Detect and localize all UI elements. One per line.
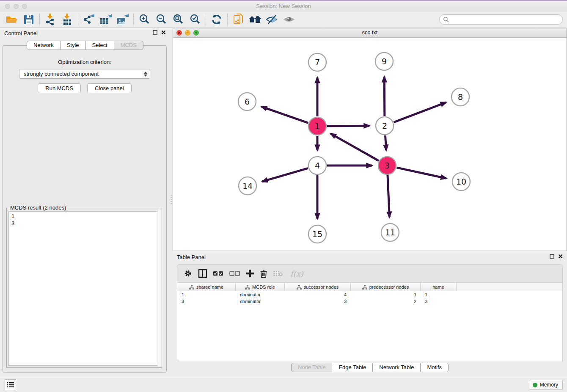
toolbar-separator xyxy=(39,14,40,25)
column-type-icon xyxy=(245,285,250,290)
close-panel-icon[interactable] xyxy=(161,30,166,35)
cell-successor-nodes[interactable]: 4 xyxy=(285,292,351,297)
show-column-panel-icon[interactable] xyxy=(198,267,207,280)
node-label-9: 9 xyxy=(382,57,387,66)
main-toolbar xyxy=(0,11,567,28)
edge-1-6[interactable] xyxy=(261,107,308,123)
edge-2-3[interactable] xyxy=(385,135,386,150)
zoom-out-icon[interactable] xyxy=(153,13,170,26)
close-panel-button[interactable]: Close panel xyxy=(87,83,132,93)
import-table-icon[interactable] xyxy=(59,13,76,26)
deselect-all-checkboxes-icon[interactable] xyxy=(229,267,240,280)
refresh-network-icon[interactable] xyxy=(208,13,225,26)
cell-predecessor-nodes[interactable]: 2 xyxy=(351,299,421,304)
zoom-selected-icon[interactable] xyxy=(187,13,204,26)
edge-1-2[interactable] xyxy=(327,126,369,126)
column-header-MCDS-role[interactable]: MCDS role xyxy=(236,283,285,291)
optimization-criterion-label: Optimization criterion: xyxy=(3,59,166,65)
delete-column-trash-icon[interactable] xyxy=(260,267,267,280)
network-file-share-icon[interactable] xyxy=(230,13,247,26)
node-table-header: shared nameMCDS rolesuccessor nodesprede… xyxy=(177,283,562,291)
search-field[interactable] xyxy=(439,14,563,25)
cell-shared-name[interactable]: 3 xyxy=(177,299,236,304)
mcds-result-text[interactable]: 1 3 xyxy=(8,211,160,366)
save-session-icon[interactable] xyxy=(20,13,37,26)
cell-MCDS-role[interactable]: dominator xyxy=(236,299,285,304)
column-header-successor-nodes[interactable]: successor nodes xyxy=(285,283,351,291)
export-table-icon[interactable] xyxy=(97,13,114,26)
column-header-filler xyxy=(457,283,562,291)
table-row[interactable]: 3dominator323 xyxy=(177,298,562,305)
edge-3-10[interactable] xyxy=(396,168,446,178)
memory-label: Memory xyxy=(540,382,558,388)
cell-successor-nodes[interactable]: 3 xyxy=(285,299,351,304)
node-label-8: 8 xyxy=(458,92,463,102)
toolbar-separator xyxy=(78,14,78,25)
column-header-shared-name[interactable]: shared name xyxy=(177,283,236,291)
task-history-button[interactable] xyxy=(5,379,16,390)
function-builder-button[interactable]: f(x) xyxy=(289,269,303,278)
open-session-icon[interactable] xyxy=(3,13,20,26)
node-label-10: 10 xyxy=(456,177,466,186)
search-input[interactable] xyxy=(451,17,559,23)
tab-select[interactable]: Select xyxy=(86,41,114,50)
cell-name[interactable]: 3 xyxy=(421,299,457,304)
delete-table-icon[interactable] xyxy=(273,267,283,280)
tab-network-table[interactable]: Network Table xyxy=(373,363,421,372)
export-network-icon[interactable] xyxy=(80,13,97,26)
node-label-6: 6 xyxy=(245,97,250,106)
node-label-11: 11 xyxy=(385,228,395,237)
network-overview-houses-icon[interactable] xyxy=(247,13,264,26)
mcds-result-group: MCDS result (2 nodes) 1 3 xyxy=(6,208,162,368)
table-toolbar: f(x) xyxy=(177,264,563,282)
tab-edge-table[interactable]: Edge Table xyxy=(332,363,373,372)
network-graph[interactable]: 7968124314101511 xyxy=(173,38,567,251)
table-row[interactable]: 1dominator411 xyxy=(177,291,562,298)
fit-content-icon[interactable] xyxy=(170,13,187,26)
mcds-result-title: MCDS result (2 nodes) xyxy=(8,204,68,211)
import-network-icon[interactable] xyxy=(42,13,59,26)
edge-2-8[interactable] xyxy=(394,102,446,122)
edge-3-1[interactable] xyxy=(330,134,379,161)
tab-motifs[interactable]: Motifs xyxy=(421,363,449,372)
hide-graphics-details-icon[interactable] xyxy=(264,13,281,26)
splitter-grip-icon[interactable] xyxy=(171,195,172,204)
zoom-in-icon[interactable] xyxy=(136,13,153,26)
cell-predecessor-nodes[interactable]: 1 xyxy=(351,292,421,297)
column-header-name[interactable]: name xyxy=(421,283,457,291)
run-mcds-button[interactable]: Run MCDS xyxy=(38,83,81,93)
float-table-panel-icon[interactable] xyxy=(550,254,554,259)
network-canvas[interactable]: 7968124314101511 xyxy=(173,38,567,251)
edge-4-14[interactable] xyxy=(262,168,308,182)
cell-MCDS-role[interactable]: dominator xyxy=(236,292,285,297)
memory-button[interactable]: Memory xyxy=(529,380,563,390)
node-label-1: 1 xyxy=(315,121,320,131)
export-image-icon[interactable] xyxy=(114,13,131,26)
app-titlebar: Session: New Session xyxy=(0,0,567,11)
table-settings-gear-icon[interactable] xyxy=(183,267,193,280)
select-all-checkboxes-icon[interactable] xyxy=(213,267,224,280)
control-panel: Control Panel Network Style Select MCDS … xyxy=(0,28,170,377)
close-table-panel-icon[interactable] xyxy=(558,254,563,259)
optimization-criterion-dropdown[interactable]: strongly connected component xyxy=(19,69,150,79)
result-scrollbar[interactable] xyxy=(157,209,161,367)
tab-network[interactable]: Network xyxy=(27,41,61,50)
cell-name[interactable]: 1 xyxy=(421,292,457,297)
add-column-plus-icon[interactable] xyxy=(246,267,254,280)
tab-style[interactable]: Style xyxy=(61,41,86,50)
float-panel-icon[interactable] xyxy=(153,30,157,35)
column-header-predecessor-nodes[interactable]: predecessor nodes xyxy=(351,283,421,291)
tab-node-table[interactable]: Node Table xyxy=(291,363,333,372)
node-label-7: 7 xyxy=(315,58,320,67)
show-graphics-details-icon[interactable] xyxy=(281,13,297,26)
toolbar-separator xyxy=(133,14,134,25)
edge-3-11[interactable] xyxy=(388,175,389,217)
table-tabs: Node Table Edge Table Network Table Moti… xyxy=(173,363,567,372)
tab-mcds[interactable]: MCDS xyxy=(114,41,143,50)
cell-shared-name[interactable]: 1 xyxy=(177,292,236,297)
node-label-15: 15 xyxy=(312,229,322,239)
column-type-icon xyxy=(297,285,302,290)
table-panel-title: Table Panel xyxy=(177,254,206,260)
network-window-titlebar[interactable]: ✕ − + scc.txt xyxy=(173,28,567,38)
edge-2-9[interactable] xyxy=(384,77,385,116)
